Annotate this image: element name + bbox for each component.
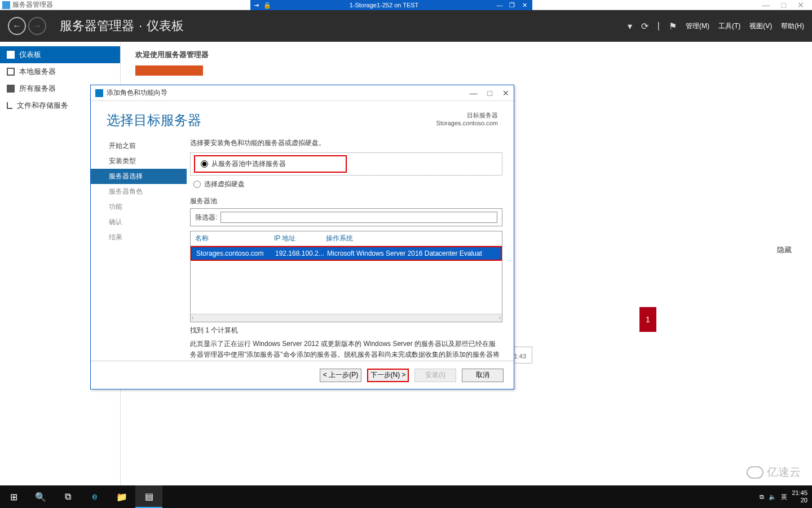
tray-volume-icon[interactable]: 🔈 [769, 493, 776, 501]
server-pool-table: 名称 IP 地址 操作系统 Storages.contoso.com 192.1… [190, 231, 502, 322]
wizard-step-features: 功能 [104, 199, 187, 214]
cell-name: Storages.contoso.com [196, 249, 275, 257]
wizard-description: 选择要安装角色和功能的服务器或虚拟硬盘。 [190, 138, 502, 148]
remote-restore-button[interactable]: ❐ [508, 2, 517, 9]
col-os[interactable]: 操作系统 [326, 234, 353, 243]
outer-window-title: 服务器管理器 [12, 0, 53, 10]
menu-view[interactable]: 视图(V) [749, 21, 772, 31]
wizard-title: 添加角色和功能向导 [107, 88, 167, 98]
pin-icon[interactable]: ⇥ [250, 2, 262, 9]
wizard-nav: 开始之前 安装类型 服务器选择 服务器角色 功能 确认 结果 [91, 132, 187, 361]
welcome-heading: 欢迎使用服务器管理器 [135, 50, 797, 60]
flag-icon[interactable]: ⚑ [669, 21, 677, 32]
outer-minimize-button[interactable]: — [762, 1, 770, 10]
breadcrumb-sep: · [139, 19, 142, 33]
search-button[interactable]: 🔍 [27, 485, 54, 508]
breadcrumb: 服务器管理器 · 仪表板 [60, 17, 184, 34]
nav-forward-button[interactable]: → [28, 17, 46, 35]
prev-button[interactable]: < 上一步(P) [320, 369, 361, 382]
taskbar: ⊞ 🔍 ⧉ e 📁 ▤ ⧉ 🔈 英 21:45 20 [0, 485, 812, 508]
outer-close-button[interactable]: ✕ [797, 1, 804, 10]
radio-vhd-input[interactable] [193, 181, 201, 188]
wizard-heading: 选择目标服务器 [107, 111, 201, 129]
app-icon [2, 1, 10, 9]
server-manager-header: ← → 服务器管理器 · 仪表板 ▾ ⟳ | ⚑ 管理(M) 工具(T) 视图(… [0, 10, 812, 42]
sidebar-item-dashboard[interactable]: 仪表板 [0, 46, 120, 63]
sidebar-item-label: 仪表板 [19, 50, 41, 60]
menu-help[interactable]: 帮助(H) [781, 21, 804, 31]
filter-row: 筛选器: [190, 208, 502, 226]
horizontal-scrollbar[interactable]: ‹› [191, 314, 502, 322]
col-name[interactable]: 名称 [195, 234, 274, 243]
ime-indicator[interactable]: 英 [781, 493, 787, 501]
dashboard-icon [7, 51, 15, 59]
watermark: 亿速云 [747, 465, 801, 480]
storage-icon [7, 102, 12, 109]
sidebar-item-label: 本地服务器 [19, 67, 56, 77]
radio-select-vhd[interactable]: 选择虚拟硬盘 [190, 178, 502, 191]
task-view-button[interactable]: ⧉ [54, 485, 81, 508]
wizard-step-before-you-begin[interactable]: 开始之前 [104, 138, 187, 154]
found-count: 找到 1 个计算机 [190, 326, 502, 335]
filter-input[interactable] [220, 212, 497, 223]
lock-icon: 🔒 [262, 2, 273, 9]
menu-manage[interactable]: 管理(M) [686, 21, 709, 31]
clock[interactable]: 21:45 20 [792, 489, 807, 504]
radio-pool-input[interactable] [201, 160, 208, 168]
alert-badge[interactable]: 1 [639, 307, 656, 332]
nav-back-button[interactable]: ← [8, 17, 26, 35]
breadcrumb-app[interactable]: 服务器管理器 [60, 17, 134, 34]
wizard-step-confirmation: 确认 [104, 214, 187, 230]
add-roles-wizard: 添加角色和功能向导 — □ ✕ 选择目标服务器 目标服务器 Storages.c… [90, 85, 514, 389]
server-row[interactable]: Storages.contoso.com 192.168.100.2... Mi… [191, 246, 502, 261]
col-ip[interactable]: IP 地址 [274, 234, 326, 243]
radio-vhd-label: 选择虚拟硬盘 [204, 179, 245, 189]
clock-date: 20 [792, 497, 807, 504]
radio-select-from-pool[interactable]: 从服务器池中选择服务器 [197, 157, 289, 170]
remote-connection-bar[interactable]: ⇥ 🔒 1-Storage1-252 on TEST — ❐ ✕ [250, 0, 532, 10]
clock-time: 21:45 [792, 489, 807, 497]
quick-start-banner [135, 65, 203, 76]
breadcrumb-page[interactable]: 仪表板 [147, 17, 184, 34]
sidebar-item-label: 所有服务器 [19, 84, 56, 94]
cell-ip: 192.168.100.2... [275, 249, 327, 257]
wizard-step-server-roles: 服务器角色 [104, 184, 187, 199]
watermark-text: 亿速云 [767, 465, 801, 480]
server-icon [7, 68, 15, 76]
outer-maximize-button[interactable]: □ [782, 1, 786, 10]
refresh-icon[interactable]: ⟳ [641, 21, 648, 32]
dropdown-icon[interactable]: ▾ [628, 21, 632, 32]
remote-close-button[interactable]: ✕ [520, 2, 529, 9]
wizard-icon [95, 89, 103, 97]
start-button[interactable]: ⊞ [0, 485, 27, 508]
radio-pool-label: 从服务器池中选择服务器 [211, 159, 286, 169]
next-button[interactable]: 下一步(N) > [367, 369, 409, 382]
install-button: 安装(I) [414, 369, 456, 382]
divider: | [657, 21, 660, 31]
wizard-close-button[interactable]: ✕ [502, 89, 509, 98]
wizard-maximize-button[interactable]: □ [488, 89, 492, 98]
hide-link[interactable]: 隐藏 [777, 245, 792, 255]
watermark-icon [747, 466, 764, 479]
wizard-note: 此页显示了正在运行 Windows Server 2012 或更新版本的 Win… [190, 339, 502, 361]
taskbar-ie[interactable]: e [81, 485, 108, 508]
sidebar-item-local-server[interactable]: 本地服务器 [0, 63, 120, 80]
filter-label: 筛选器: [195, 213, 217, 222]
wizard-footer: < 上一步(P) 下一步(N) > 安装(I) 取消 [91, 361, 514, 389]
wizard-step-results: 结果 [104, 230, 187, 245]
sidebar-item-label: 文件和存储服务 [17, 100, 68, 111]
cell-os: Microsoft Windows Server 2016 Datacenter… [327, 249, 496, 257]
target-server-label: 目标服务器 [436, 111, 498, 120]
taskbar-explorer[interactable]: 📁 [108, 485, 135, 508]
cancel-button[interactable]: 取消 [462, 369, 504, 382]
wizard-titlebar[interactable]: 添加角色和功能向导 — □ ✕ [91, 85, 514, 101]
wizard-step-server-selection[interactable]: 服务器选择 [91, 169, 187, 184]
servers-icon [7, 85, 15, 93]
menu-tools[interactable]: 工具(T) [718, 21, 740, 31]
wizard-step-installation-type[interactable]: 安装类型 [104, 154, 187, 169]
tray-network-icon[interactable]: ⧉ [760, 493, 764, 501]
taskbar-server-manager[interactable]: ▤ [135, 485, 162, 508]
wizard-minimize-button[interactable]: — [470, 89, 478, 98]
remote-minimize-button[interactable]: — [495, 2, 504, 9]
server-pool-label: 服务器池 [190, 196, 502, 206]
